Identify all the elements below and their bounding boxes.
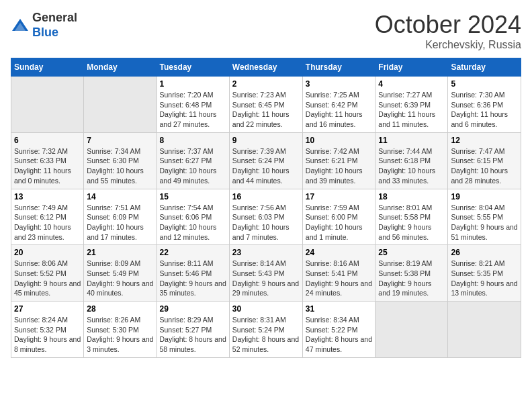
day-number: 26	[451, 248, 518, 257]
day-info: Sunrise: 7:23 AMSunset: 6:45 PMDaylight:…	[232, 90, 300, 130]
day-number: 6	[14, 136, 81, 145]
month-title: October 2024	[375, 11, 521, 39]
day-number: 22	[160, 248, 226, 257]
day-info: Sunrise: 7:27 AMSunset: 6:39 PMDaylight:…	[378, 90, 445, 130]
day-info: Sunrise: 7:25 AMSunset: 6:42 PMDaylight:…	[306, 90, 373, 130]
calendar-week-row: 13Sunrise: 7:49 AMSunset: 6:12 PMDayligh…	[11, 189, 521, 245]
calendar-cell: 26Sunrise: 8:21 AMSunset: 5:35 PMDayligh…	[448, 245, 521, 302]
day-info: Sunrise: 8:19 AMSunset: 5:38 PMDaylight:…	[378, 259, 445, 298]
page-header: General Blue October 2024 Kerchevskiy, R…	[11, 11, 521, 51]
day-number: 28	[87, 304, 153, 314]
day-number: 31	[306, 304, 373, 314]
day-info: Sunrise: 8:11 AMSunset: 5:46 PMDaylight:…	[160, 259, 226, 298]
day-info: Sunrise: 8:34 AMSunset: 5:22 PMDaylight:…	[306, 315, 373, 355]
weekday-header: Wednesday	[229, 58, 302, 77]
weekday-header: Thursday	[302, 58, 375, 77]
day-number: 3	[306, 79, 373, 89]
day-number: 17	[306, 192, 373, 201]
day-info: Sunrise: 8:31 AMSunset: 5:24 PMDaylight:…	[232, 315, 300, 355]
logo-general: General	[32, 11, 77, 24]
day-info: Sunrise: 8:16 AMSunset: 5:41 PMDaylight:…	[306, 259, 373, 298]
calendar-cell	[11, 77, 84, 133]
day-info: Sunrise: 7:30 AMSunset: 6:36 PMDaylight:…	[451, 90, 518, 130]
calendar-cell: 15Sunrise: 7:54 AMSunset: 6:06 PMDayligh…	[157, 189, 229, 245]
day-info: Sunrise: 8:01 AMSunset: 5:58 PMDaylight:…	[378, 203, 445, 242]
day-number: 27	[14, 304, 81, 314]
day-info: Sunrise: 8:24 AMSunset: 5:32 PMDaylight:…	[14, 315, 81, 355]
calendar-cell: 19Sunrise: 8:04 AMSunset: 5:55 PMDayligh…	[448, 189, 521, 245]
calendar-cell: 24Sunrise: 8:16 AMSunset: 5:41 PMDayligh…	[302, 245, 375, 302]
day-number: 19	[451, 192, 518, 201]
day-info: Sunrise: 7:37 AMSunset: 6:27 PMDaylight:…	[160, 146, 226, 186]
calendar-cell: 4Sunrise: 7:27 AMSunset: 6:39 PMDaylight…	[375, 77, 448, 133]
day-number: 8	[160, 136, 226, 145]
day-info: Sunrise: 7:54 AMSunset: 6:06 PMDaylight:…	[160, 203, 226, 242]
weekday-header: Sunday	[11, 58, 84, 77]
day-info: Sunrise: 7:59 AMSunset: 6:00 PMDaylight:…	[306, 203, 373, 242]
calendar-cell: 17Sunrise: 7:59 AMSunset: 6:00 PMDayligh…	[302, 189, 375, 245]
day-number: 11	[378, 136, 445, 145]
day-info: Sunrise: 8:04 AMSunset: 5:55 PMDaylight:…	[451, 203, 518, 242]
calendar-cell: 10Sunrise: 7:42 AMSunset: 6:21 PMDayligh…	[302, 132, 375, 189]
calendar-cell: 27Sunrise: 8:24 AMSunset: 5:32 PMDayligh…	[11, 302, 84, 358]
day-info: Sunrise: 7:49 AMSunset: 6:12 PMDaylight:…	[14, 203, 81, 242]
calendar-cell: 5Sunrise: 7:30 AMSunset: 6:36 PMDaylight…	[448, 77, 521, 133]
calendar-week-row: 1Sunrise: 7:20 AMSunset: 6:48 PMDaylight…	[11, 77, 521, 133]
calendar-cell: 30Sunrise: 8:31 AMSunset: 5:24 PMDayligh…	[229, 302, 302, 358]
calendar-cell: 18Sunrise: 8:01 AMSunset: 5:58 PMDayligh…	[375, 189, 448, 245]
day-info: Sunrise: 7:47 AMSunset: 6:15 PMDaylight:…	[451, 146, 518, 186]
calendar-cell: 13Sunrise: 7:49 AMSunset: 6:12 PMDayligh…	[11, 189, 84, 245]
day-number: 18	[378, 192, 445, 201]
day-info: Sunrise: 7:56 AMSunset: 6:03 PMDaylight:…	[232, 203, 300, 242]
day-info: Sunrise: 7:44 AMSunset: 6:18 PMDaylight:…	[378, 146, 445, 186]
calendar-cell: 14Sunrise: 7:51 AMSunset: 6:09 PMDayligh…	[84, 189, 157, 245]
day-info: Sunrise: 7:32 AMSunset: 6:33 PMDaylight:…	[14, 146, 81, 186]
day-number: 23	[232, 248, 300, 257]
day-number: 1	[160, 79, 226, 89]
weekday-header: Saturday	[448, 58, 521, 77]
calendar-cell: 29Sunrise: 8:29 AMSunset: 5:27 PMDayligh…	[157, 302, 229, 358]
calendar-week-row: 20Sunrise: 8:06 AMSunset: 5:52 PMDayligh…	[11, 245, 521, 302]
calendar-cell: 1Sunrise: 7:20 AMSunset: 6:48 PMDaylight…	[157, 77, 229, 133]
calendar-cell	[84, 77, 157, 133]
day-number: 30	[232, 304, 300, 314]
day-number: 4	[378, 79, 445, 89]
day-number: 16	[232, 192, 300, 201]
day-number: 9	[232, 136, 300, 145]
day-info: Sunrise: 8:14 AMSunset: 5:43 PMDaylight:…	[232, 259, 300, 298]
day-number: 25	[378, 248, 445, 257]
day-info: Sunrise: 8:06 AMSunset: 5:52 PMDaylight:…	[14, 259, 81, 298]
day-number: 14	[87, 192, 153, 201]
day-info: Sunrise: 7:34 AMSunset: 6:30 PMDaylight:…	[87, 146, 153, 186]
day-info: Sunrise: 8:29 AMSunset: 5:27 PMDaylight:…	[160, 315, 226, 355]
logo-blue: Blue	[32, 26, 58, 39]
weekday-header: Monday	[84, 58, 157, 77]
calendar-cell: 8Sunrise: 7:37 AMSunset: 6:27 PMDaylight…	[157, 132, 229, 189]
calendar-cell: 31Sunrise: 8:34 AMSunset: 5:22 PMDayligh…	[302, 302, 375, 358]
calendar-cell: 2Sunrise: 7:23 AMSunset: 6:45 PMDaylight…	[229, 77, 302, 133]
day-number: 24	[306, 248, 373, 257]
weekday-header: Tuesday	[157, 58, 229, 77]
logo-icon	[11, 16, 30, 35]
day-number: 12	[451, 136, 518, 145]
day-number: 21	[87, 248, 153, 257]
day-info: Sunrise: 8:09 AMSunset: 5:49 PMDaylight:…	[87, 259, 153, 298]
calendar-cell: 9Sunrise: 7:39 AMSunset: 6:24 PMDaylight…	[229, 132, 302, 189]
calendar-cell: 22Sunrise: 8:11 AMSunset: 5:46 PMDayligh…	[157, 245, 229, 302]
calendar-cell	[448, 302, 521, 358]
day-number: 2	[232, 79, 300, 89]
logo: General Blue	[11, 11, 77, 40]
day-info: Sunrise: 8:21 AMSunset: 5:35 PMDaylight:…	[451, 259, 518, 298]
day-info: Sunrise: 7:39 AMSunset: 6:24 PMDaylight:…	[232, 146, 300, 186]
day-info: Sunrise: 7:42 AMSunset: 6:21 PMDaylight:…	[306, 146, 373, 186]
day-info: Sunrise: 7:51 AMSunset: 6:09 PMDaylight:…	[87, 203, 153, 242]
calendar-cell: 20Sunrise: 8:06 AMSunset: 5:52 PMDayligh…	[11, 245, 84, 302]
day-info: Sunrise: 8:26 AMSunset: 5:30 PMDaylight:…	[87, 315, 153, 355]
day-number: 20	[14, 248, 81, 257]
day-number: 7	[87, 136, 153, 145]
calendar-cell: 6Sunrise: 7:32 AMSunset: 6:33 PMDaylight…	[11, 132, 84, 189]
calendar-table: SundayMondayTuesdayWednesdayThursdayFrid…	[11, 58, 521, 358]
day-number: 10	[306, 136, 373, 145]
location: Kerchevskiy, Russia	[375, 39, 521, 51]
logo-text: General Blue	[32, 11, 77, 40]
